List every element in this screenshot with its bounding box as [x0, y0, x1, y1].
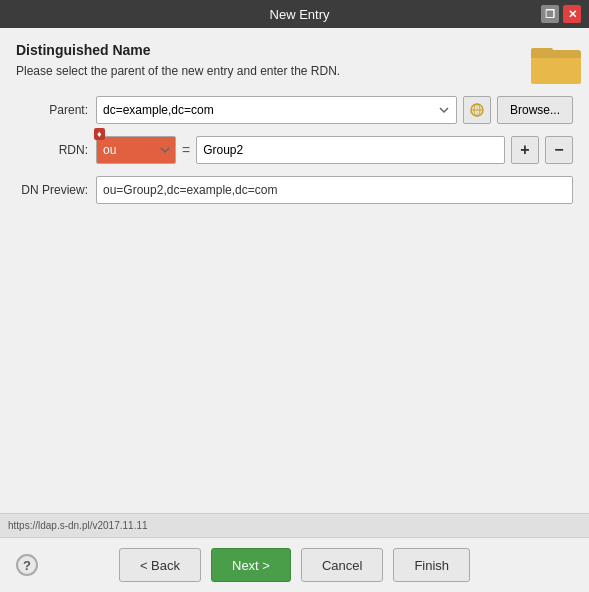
- dialog-body: Distinguished Name Please select the par…: [0, 28, 589, 592]
- folder-icon-container: [529, 38, 589, 92]
- equals-sign: =: [182, 142, 190, 158]
- dialog-title: New Entry: [58, 7, 541, 22]
- status-bar: https://ldap.s-dn.pl/v2017.11.11: [0, 513, 589, 537]
- dn-preview-input[interactable]: [96, 176, 573, 204]
- rdn-type-wrapper: ♦ ou cn dc: [96, 136, 176, 164]
- rdn-row: RDN: ♦ ou cn dc = + −: [16, 136, 573, 164]
- back-button[interactable]: < Back: [119, 548, 201, 582]
- remove-rdn-button[interactable]: −: [545, 136, 573, 164]
- dn-preview-row: DN Preview:: [16, 176, 573, 204]
- window-controls: ❐ ✕: [541, 5, 581, 23]
- add-rdn-button[interactable]: +: [511, 136, 539, 164]
- rdn-type-select[interactable]: ou cn dc: [96, 136, 176, 164]
- restore-button[interactable]: ❐: [541, 5, 559, 23]
- next-button[interactable]: Next >: [211, 548, 291, 582]
- section-description: Please select the parent of the new entr…: [16, 64, 573, 78]
- button-bar: ? < Back Next > Cancel Finish: [0, 537, 589, 592]
- rdn-badge: ♦: [94, 128, 105, 140]
- browse-button[interactable]: Browse...: [497, 96, 573, 124]
- svg-rect-3: [531, 52, 581, 58]
- rdn-wrapper: ♦ ou cn dc = + −: [96, 136, 573, 164]
- rdn-value-input[interactable]: [196, 136, 505, 164]
- titlebar: New Entry ❐ ✕: [0, 0, 589, 28]
- section-title: Distinguished Name: [16, 42, 573, 58]
- status-url: https://ldap.s-dn.pl/v2017.11.11: [8, 520, 148, 531]
- refresh-icon: [469, 102, 485, 118]
- parent-select-wrapper: dc=example,dc=com Browse...: [96, 96, 573, 124]
- finish-button[interactable]: Finish: [393, 548, 470, 582]
- parent-select[interactable]: dc=example,dc=com: [96, 96, 457, 124]
- parent-row: Parent: dc=example,dc=com Browse...: [16, 96, 573, 124]
- cancel-button[interactable]: Cancel: [301, 548, 383, 582]
- content-panel: Distinguished Name Please select the par…: [0, 28, 589, 513]
- dn-preview-label: DN Preview:: [16, 183, 96, 197]
- middle-area: [16, 216, 573, 416]
- rdn-label: RDN:: [16, 143, 96, 157]
- close-button[interactable]: ✕: [563, 5, 581, 23]
- parent-label: Parent:: [16, 103, 96, 117]
- refresh-icon-button[interactable]: [463, 96, 491, 124]
- help-button[interactable]: ?: [16, 554, 38, 576]
- folder-icon: [529, 38, 583, 86]
